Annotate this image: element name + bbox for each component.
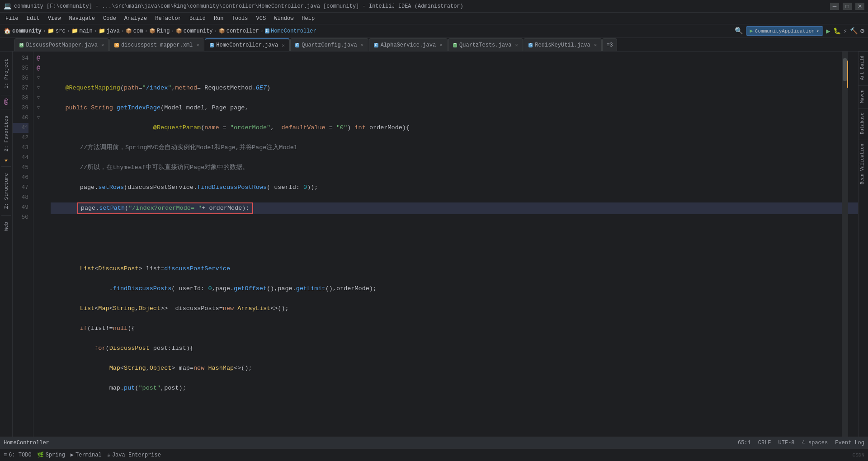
spring-label: Spring (46, 452, 65, 458)
status-bar: HomeController 65:1 CRLF UTF-8 4 spaces … (0, 437, 868, 448)
debug-button[interactable]: 🐛 (833, 27, 841, 35)
menu-view[interactable]: View (44, 14, 65, 23)
breadcrumb-com-icon: 📦 (126, 28, 132, 34)
tab-discusspostmapper[interactable]: M DiscussPostMapper.java ✕ (14, 38, 109, 51)
sidebar-item-structure[interactable]: Z: Structure (2, 169, 10, 212)
event-log[interactable]: Event Log (835, 440, 864, 446)
tabs-bar: M DiscussPostMapper.java ✕ X discusspost… (0, 38, 868, 52)
nav-sep-2: › (67, 28, 70, 34)
code-content[interactable]: @RequestMapping(path="/index",method= Re… (43, 52, 858, 437)
status-bar-right: 65:1 CRLF UTF-8 4 spaces Event Log (738, 440, 864, 446)
todo-label: 6: TODO (9, 452, 31, 458)
minimize-button[interactable]: ─ (830, 3, 839, 10)
run-config-chevron: ▾ (816, 28, 819, 34)
tab-label-quartztests: QuartzTests.java (459, 42, 511, 48)
breadcrumb-community[interactable]: community (12, 28, 42, 34)
tab-close-alphaservice[interactable]: ✕ (439, 42, 443, 48)
breadcrumb-java[interactable]: java (107, 28, 120, 34)
menu-file[interactable]: File (2, 14, 22, 23)
tab-label-quartzconfig: QuartzConfig.java (302, 42, 357, 48)
breadcrumb-controller[interactable]: controller (226, 28, 259, 34)
breadcrumb-com[interactable]: com (133, 28, 143, 34)
run-button[interactable]: ▶ (826, 27, 830, 36)
code-line-40: page.setRows(discussPostService.findDisc… (51, 183, 858, 193)
tab-close-quartzconfig[interactable]: ✕ (361, 42, 364, 48)
line-ending[interactable]: CRLF (758, 440, 771, 446)
tab-alphaservice[interactable]: C AlphaService.java ✕ (369, 38, 447, 51)
panel-maven[interactable]: Maven (859, 85, 868, 107)
menu-tools[interactable]: Tools (228, 14, 252, 23)
app-icon: 💻 (4, 2, 11, 10)
code-line-36: public String getIndexPage(Model model, … (51, 103, 858, 113)
nav-sep-1: › (43, 28, 46, 34)
restore-button[interactable]: □ (843, 3, 852, 10)
code-line-48: for(DiscussPost post:list){ (51, 343, 858, 353)
code-line-35: @RequestMapping(path="/index",method= Re… (51, 83, 858, 93)
tab-discusspost-mapper-xml[interactable]: X discusspost-mapper.xml ✕ (109, 38, 204, 51)
code-line-50: map.put("post",post); (51, 383, 858, 393)
menu-run[interactable]: Run (210, 14, 227, 23)
code-line-42 (51, 224, 858, 234)
menu-build[interactable]: Build (186, 14, 209, 23)
tab-rediskeyutil[interactable]: C RedisKeyUtil.java ✕ (524, 38, 602, 51)
breadcrumb-ring[interactable]: Ring (157, 28, 170, 34)
tab-close-rediskeyutil[interactable]: ✕ (594, 42, 597, 48)
sidebar-item-web[interactable]: Web (2, 218, 10, 235)
menu-edit[interactable]: Edit (23, 14, 43, 23)
cursor-position[interactable]: 65:1 (738, 440, 751, 446)
panel-database[interactable]: Database (859, 108, 868, 138)
sidebar-icon-at[interactable]: @ (4, 98, 9, 106)
build-button[interactable]: 🔨 (850, 27, 858, 35)
tab-quartzconfig[interactable]: C QuartzConfig.java ✕ (290, 38, 368, 51)
settings-button[interactable]: ⚙ (860, 27, 864, 35)
search-icon[interactable]: 🔍 (735, 27, 743, 35)
panel-art-build[interactable]: Art Build (859, 52, 868, 84)
menu-window[interactable]: Window (270, 14, 297, 23)
indent[interactable]: 4 spaces (802, 440, 828, 446)
tab-close-xml[interactable]: ✕ (196, 42, 199, 48)
tab-quartztests[interactable]: T QuartzTests.java ✕ (448, 38, 523, 51)
menu-refactor[interactable]: Refactor (151, 14, 185, 23)
star-icon[interactable]: ★ (4, 156, 8, 164)
tab-close-discusspostmapper[interactable]: ✕ (101, 42, 104, 48)
bottom-btn-todo[interactable]: ≡ 6: TODO (4, 452, 32, 458)
tab-label-xml: discusspost-mapper.xml (121, 42, 193, 48)
tab-more-label: ≡3 (606, 42, 613, 48)
breadcrumb-homecontroller[interactable]: HomeController (271, 28, 316, 34)
tab-more[interactable]: ≡3 (602, 38, 617, 51)
breadcrumb-src[interactable]: src (56, 28, 66, 34)
code-line-34 (51, 63, 858, 73)
breadcrumb-community2[interactable]: community (184, 28, 213, 34)
menu-vcs[interactable]: VCS (253, 14, 270, 23)
profile-button[interactable]: ⚡ (844, 27, 847, 35)
encoding[interactable]: UTF-8 (778, 440, 795, 446)
menu-code[interactable]: Code (99, 14, 120, 23)
sidebar-item-project[interactable]: 1: Project (2, 55, 10, 92)
breadcrumb-main[interactable]: main (80, 28, 93, 34)
breadcrumb-community2-icon: 📦 (176, 28, 182, 34)
nav-sep-4: › (121, 28, 124, 34)
scroll-indicator[interactable] (842, 52, 848, 437)
tab-close-quartztests[interactable]: ✕ (515, 42, 518, 48)
sidebar-item-favorites[interactable]: 2: Favorites (2, 112, 10, 155)
menu-navigate[interactable]: Navigate (65, 14, 99, 23)
breadcrumb-icon: 🏠 (4, 28, 11, 35)
menu-analyze[interactable]: Analyze (121, 14, 151, 23)
run-config-dropdown[interactable]: ▶ CommunityApplication ▾ (746, 26, 823, 36)
nav-sep-7: › (214, 28, 217, 34)
title-text: community [F:\community] - ...\src\main\… (14, 3, 463, 9)
tab-homecontroller[interactable]: C HomeController.java ✕ (205, 38, 290, 51)
panel-bean-validation[interactable]: Bean Validation (859, 140, 868, 188)
close-button[interactable]: ✕ (855, 3, 864, 10)
bottom-btn-spring[interactable]: 🌿 Spring (37, 452, 65, 458)
menu-help[interactable]: Help (298, 14, 318, 23)
code-editor[interactable]: 34 35 36 37 38 39 40 41 42 43 44 45 46 4… (13, 52, 858, 437)
run-config-label: CommunityApplication (755, 28, 815, 34)
tab-close-homecontroller[interactable]: ✕ (282, 42, 285, 48)
bottom-btn-java-enterprise[interactable]: ☕ Java Enterprise (107, 452, 161, 458)
tab-label-discusspostmapper: DiscussPostMapper.java (26, 42, 97, 48)
todo-icon: ≡ (4, 452, 7, 458)
bottom-btn-terminal[interactable]: ▶ Terminal (71, 452, 102, 458)
code-line-37: @RequestParam(name = "orderMode", defaul… (51, 123, 858, 133)
tab-label-homecontroller: HomeController.java (216, 42, 278, 48)
